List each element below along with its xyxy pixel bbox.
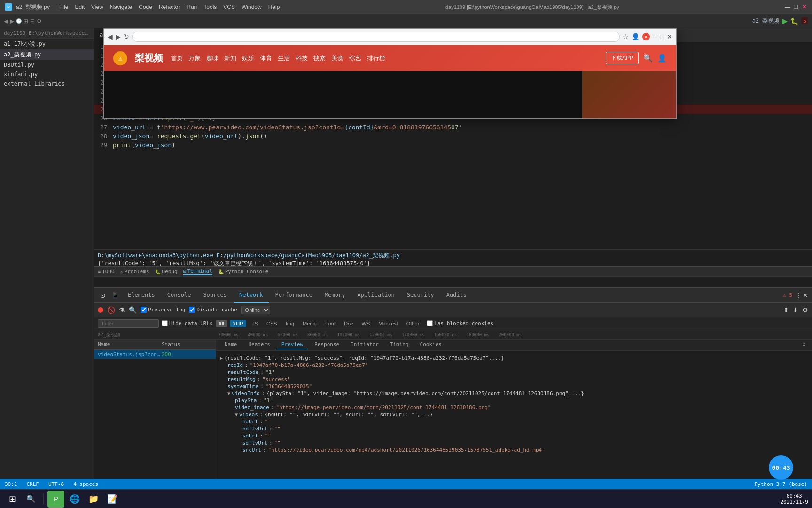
browser-refresh-btn[interactable]: ↻ bbox=[124, 33, 129, 40]
bottom-tab-terminal[interactable]: ⊡ Terminal bbox=[183, 268, 212, 275]
search-btn[interactable]: 🔍 bbox=[129, 306, 137, 314]
menu-file[interactable]: File bbox=[59, 4, 68, 10]
devtools-tab-audits[interactable]: Audits bbox=[441, 288, 472, 303]
settings-btn2[interactable]: ⚙ bbox=[802, 306, 808, 314]
split-btn[interactable]: ⊟ bbox=[30, 18, 35, 24]
devtools-tab-console[interactable]: Console bbox=[162, 288, 197, 303]
import-btn[interactable]: ⬇ bbox=[793, 306, 798, 314]
sidebar-item-xin[interactable]: xinfadi.py bbox=[0, 70, 94, 79]
nav-paihang[interactable]: 排行榜 bbox=[367, 54, 385, 63]
browser-back-btn[interactable]: ◀ bbox=[108, 33, 113, 40]
browser-profile-btn[interactable]: 👤 bbox=[632, 33, 640, 40]
hide-data-urls-label[interactable]: Hide data URLs bbox=[162, 320, 213, 326]
nav-keji[interactable]: 科技 bbox=[296, 54, 308, 63]
browser-window-minimize[interactable]: ─ bbox=[653, 33, 657, 40]
resp-tab-preview[interactable]: Preview bbox=[277, 341, 308, 349]
taskbar-explorer-btn[interactable]: 📁 bbox=[85, 491, 102, 508]
menu-run[interactable]: Run bbox=[187, 4, 197, 10]
type-font[interactable]: Font bbox=[322, 320, 338, 327]
devtools-close-btn[interactable]: ✕ bbox=[803, 292, 808, 299]
nav-meishi[interactable]: 美食 bbox=[331, 54, 344, 63]
nav-quwei[interactable]: 趣味 bbox=[206, 54, 219, 63]
devtools-tab-memory[interactable]: Memory bbox=[319, 288, 351, 303]
close-btn[interactable]: ✕ bbox=[802, 3, 807, 11]
debug-button[interactable]: 🐛 bbox=[790, 17, 798, 25]
pear-user-btn[interactable]: 👤 bbox=[657, 54, 667, 63]
bottom-tab-todo[interactable]: ≡ TODO bbox=[98, 269, 115, 275]
sidebar-item-ext[interactable]: external Libraries bbox=[0, 79, 94, 88]
disable-cache-label[interactable]: Disable cache bbox=[189, 307, 237, 313]
has-blocked-cookies-label[interactable]: Has blocked cookies bbox=[427, 320, 493, 326]
menu-edit[interactable]: Edit bbox=[75, 4, 85, 10]
navigate-forward-btn[interactable]: ▶ bbox=[10, 18, 14, 24]
nav-xinzhi[interactable]: 新知 bbox=[224, 54, 236, 63]
layout-btn[interactable]: ⊞ bbox=[23, 18, 28, 24]
menu-help[interactable]: Help bbox=[268, 4, 280, 10]
sidebar-item-a1[interactable]: a1_17k小说.py bbox=[0, 39, 94, 49]
resp-tab-response[interactable]: Response bbox=[310, 341, 344, 349]
type-css[interactable]: CSS bbox=[264, 320, 280, 327]
devtools-tab-application[interactable]: Application bbox=[351, 288, 400, 303]
browser-bookmark-btn[interactable]: ☆ bbox=[623, 33, 629, 40]
filter-input[interactable] bbox=[98, 319, 159, 328]
sidebar-item-a2[interactable]: a2_梨视频.py bbox=[0, 49, 94, 60]
has-blocked-cookies-checkbox[interactable] bbox=[427, 320, 433, 326]
devtools-tab-elements[interactable]: Elements bbox=[122, 288, 161, 303]
expand-videos-icon[interactable]: ▼ bbox=[235, 412, 238, 417]
devtools-tab-performance[interactable]: Performance bbox=[270, 288, 318, 303]
resp-close-btn[interactable]: ✕ bbox=[799, 341, 808, 349]
devtools-tab-sources[interactable]: Sources bbox=[197, 288, 233, 303]
recent-files-btn[interactable]: 🕐 bbox=[16, 18, 22, 24]
taskbar-search-btn[interactable]: 🔍 bbox=[23, 491, 39, 508]
browser-forward-btn[interactable]: ▶ bbox=[116, 33, 121, 40]
disable-cache-checkbox[interactable] bbox=[189, 307, 195, 313]
bottom-tab-debug[interactable]: 🐛 Debug bbox=[155, 269, 178, 275]
type-doc[interactable]: Doc bbox=[341, 320, 356, 327]
taskbar-pycharm-btn[interactable]: P bbox=[47, 491, 64, 508]
devtools-icon-device[interactable]: 📱 bbox=[109, 290, 121, 300]
type-img[interactable]: Img bbox=[283, 320, 297, 327]
navigate-back-btn[interactable]: ◀ bbox=[4, 18, 8, 24]
settings-btn[interactable]: ⚙ bbox=[37, 18, 42, 24]
expand-videoinfo-icon[interactable]: ▼ bbox=[227, 391, 230, 396]
net-request-row[interactable]: videoStatus.jsp?contId=1744... 200 bbox=[94, 350, 216, 359]
type-media[interactable]: Media bbox=[300, 320, 320, 327]
type-manifest[interactable]: Manifest bbox=[375, 320, 401, 327]
devtools-icon-inspect[interactable]: ⊙ bbox=[98, 290, 108, 301]
resp-tab-timing[interactable]: Timing bbox=[385, 341, 414, 349]
expand-summary-icon[interactable]: ▶ bbox=[220, 356, 223, 361]
menu-vcs[interactable]: VCS bbox=[223, 4, 235, 10]
browser-window-restore[interactable]: □ bbox=[660, 33, 664, 40]
nav-zongyi[interactable]: 综艺 bbox=[349, 54, 361, 63]
resp-tab-headers[interactable]: Headers bbox=[244, 341, 275, 349]
json-response-area[interactable]: ▶ {resultCode: "1", resultMsg: "success"… bbox=[216, 351, 812, 489]
devtools-tab-network[interactable]: Network bbox=[234, 288, 269, 303]
clear-btn[interactable]: 🚫 bbox=[107, 306, 115, 314]
menu-navigate[interactable]: Navigate bbox=[110, 4, 132, 10]
menu-view[interactable]: View bbox=[91, 4, 103, 10]
pear-download-btn[interactable]: 下载APP bbox=[606, 52, 639, 64]
menu-window[interactable]: Window bbox=[242, 4, 262, 10]
bottom-tab-python-console[interactable]: 🐍 Python Console bbox=[218, 269, 269, 275]
online-select[interactable]: Online bbox=[241, 306, 270, 314]
preserve-log-label[interactable]: Preserve log bbox=[141, 307, 185, 313]
hide-data-urls-checkbox[interactable] bbox=[162, 320, 168, 326]
bottom-tab-problems[interactable]: ⚠ Problems bbox=[120, 269, 149, 275]
type-js[interactable]: JS bbox=[249, 320, 261, 327]
export-btn[interactable]: ⬆ bbox=[783, 306, 789, 314]
type-other[interactable]: Other bbox=[404, 320, 422, 327]
nav-sousuo[interactable]: 搜索 bbox=[313, 54, 326, 63]
type-ws[interactable]: WS bbox=[359, 320, 373, 327]
maximize-btn[interactable]: □ bbox=[794, 3, 798, 11]
browser-url-bar[interactable]: pearvideo.com/video_1744481 bbox=[132, 32, 620, 42]
nav-tiyu[interactable]: 体育 bbox=[260, 54, 272, 63]
nav-home[interactable]: 首页 bbox=[171, 54, 183, 63]
type-xhr[interactable]: XHR bbox=[230, 320, 246, 327]
run-button[interactable]: ▶ bbox=[782, 16, 788, 25]
resp-tab-name[interactable]: Name bbox=[220, 341, 242, 349]
taskbar-chrome-btn[interactable]: 🌐 bbox=[66, 491, 83, 508]
menu-refactor[interactable]: Refactor bbox=[159, 4, 180, 10]
devtools-tab-security[interactable]: Security bbox=[401, 288, 440, 303]
type-all[interactable]: All bbox=[216, 320, 227, 327]
sidebar-item-db[interactable]: DBUtil.py bbox=[0, 60, 94, 70]
